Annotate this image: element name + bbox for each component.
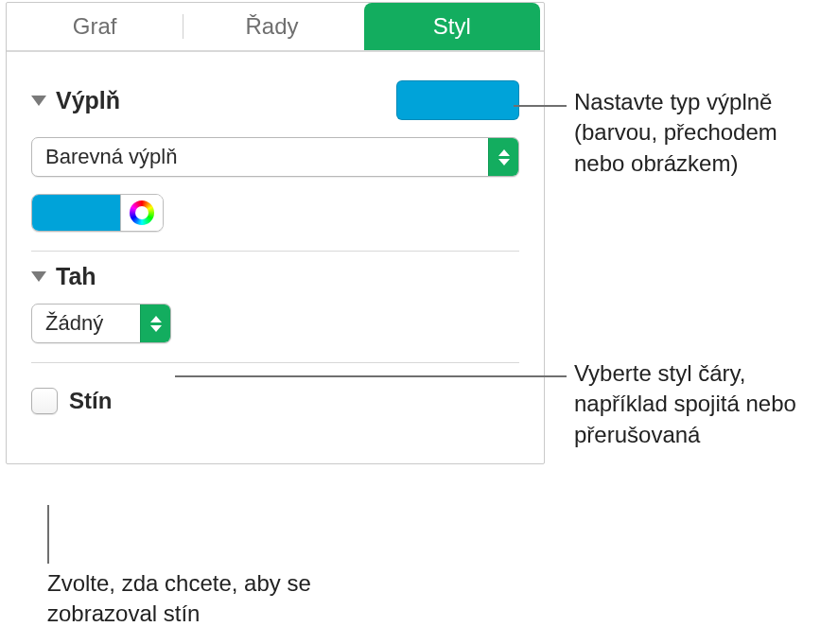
callout-stroke: Vyberte styl čáry, například spojitá neb… [574,358,820,450]
fill-color-well[interactable] [31,194,164,232]
tab-series[interactable]: Řady [183,3,359,50]
fill-type-label: Barevná výplň [32,145,488,169]
color-picker-button[interactable] [121,195,163,231]
stroke-section: Tah Žádný [31,251,519,362]
tab-style-label: Styl [433,13,471,40]
chevron-down-icon[interactable] [31,271,46,282]
callout-leader [47,505,49,564]
callout-leader [514,105,567,107]
shadow-label: Stín [69,388,112,414]
popup-stepper-icon [488,138,518,176]
inspector-body: Výplň Barevná výplň [7,52,544,463]
callout-leader [175,375,567,377]
color-wheel-icon [130,200,154,225]
fill-header: Výplň [31,87,120,114]
fill-title: Výplň [56,87,120,114]
tab-chart-label: Graf [73,13,117,40]
tab-style[interactable]: Styl [364,3,540,50]
fill-section: Výplň Barevná výplň [31,69,519,251]
callout-shadow: Zvolte, zda chcete, aby se zobrazoval st… [47,568,331,630]
stroke-style-label: Žádný [32,311,140,336]
fill-color-swatch[interactable] [32,195,121,231]
inspector-tabs: Graf Řady Styl [7,3,544,52]
style-inspector-panel: Graf Řady Styl Výplň Barevná výplň [6,2,545,464]
stroke-header: Tah [31,263,519,290]
tab-chart[interactable]: Graf [7,3,183,50]
stroke-style-popup[interactable]: Žádný [31,304,171,343]
shadow-checkbox[interactable] [31,388,58,414]
popup-stepper-icon [140,305,170,342]
fill-type-popup[interactable]: Barevná výplň [31,137,519,177]
stroke-title: Tah [56,263,96,290]
fill-color-preview[interactable] [396,80,519,120]
tab-series-label: Řady [245,13,298,40]
chevron-down-icon[interactable] [31,96,46,106]
callout-fill: Nastavte typ výplně (barvou, přechodem n… [574,87,829,179]
